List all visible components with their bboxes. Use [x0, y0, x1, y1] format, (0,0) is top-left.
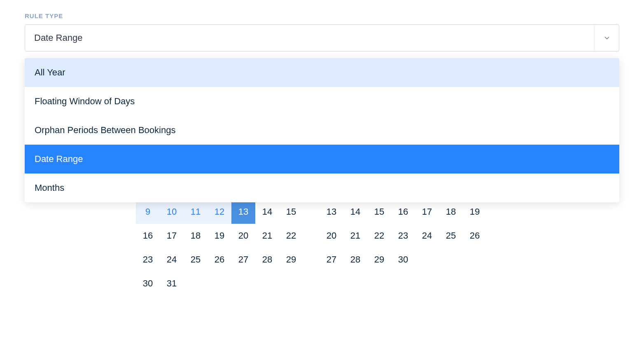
calendar-day[interactable]: 14 — [343, 200, 367, 224]
calendar-day[interactable]: 27 — [320, 248, 343, 272]
dropdown-option[interactable]: Orphan Periods Between Bookings — [25, 116, 619, 145]
calendar-day[interactable]: 21 — [255, 224, 279, 248]
calendar-day[interactable]: 20 — [320, 224, 343, 248]
calendar-day[interactable]: 15 — [367, 200, 391, 224]
calendar-day[interactable]: 13 — [320, 200, 343, 224]
calendar-day — [439, 248, 463, 272]
calendar-day[interactable]: 21 — [343, 224, 367, 248]
calendar-day[interactable]: 30 — [391, 248, 415, 272]
calendar-day[interactable]: 19 — [208, 224, 231, 248]
calendar-day[interactable]: 19 — [463, 200, 487, 224]
chevron-down-icon — [603, 34, 611, 42]
calendar-day[interactable]: 24 — [415, 224, 439, 248]
dropdown-option[interactable]: Date Range — [25, 145, 619, 174]
calendar-day[interactable]: 29 — [279, 248, 303, 272]
calendar-day — [415, 248, 439, 272]
calendar-day[interactable]: 28 — [343, 248, 367, 272]
calendar-day[interactable]: 16 — [391, 200, 415, 224]
calendar-day — [231, 272, 255, 295]
calendar-day — [463, 248, 487, 272]
calendar-area: 9101112131415161718192021222324252627282… — [136, 200, 619, 295]
calendar-day[interactable]: 18 — [184, 224, 208, 248]
calendar-day[interactable]: 16 — [136, 224, 160, 248]
rule-type-select: Date Range All YearFloating Window of Da… — [25, 24, 619, 52]
calendar-day[interactable]: 24 — [160, 248, 184, 272]
calendar-day[interactable]: 27 — [231, 248, 255, 272]
calendar-day[interactable]: 10 — [160, 200, 184, 224]
dropdown-option[interactable]: Months — [25, 174, 619, 202]
calendar-day[interactable]: 26 — [208, 248, 231, 272]
calendar-day[interactable]: 22 — [279, 224, 303, 248]
calendar-day[interactable]: 26 — [463, 224, 487, 248]
select-value: Date Range — [34, 33, 82, 43]
calendar-day — [255, 272, 279, 295]
select-dropdown-indicator[interactable] — [594, 25, 619, 51]
calendar-day[interactable]: 11 — [184, 200, 208, 224]
calendar-day[interactable]: 25 — [439, 224, 463, 248]
calendar-day[interactable]: 17 — [160, 224, 184, 248]
calendar-day[interactable]: 18 — [439, 200, 463, 224]
calendar-day[interactable]: 15 — [279, 200, 303, 224]
calendar-month-left: 9101112131415161718192021222324252627282… — [136, 200, 303, 295]
calendar-day[interactable]: 31 — [160, 272, 184, 295]
calendar-month-right: 131415161718192021222324252627282930 — [320, 200, 487, 295]
calendar-day[interactable]: 12 — [208, 200, 231, 224]
calendar-day[interactable]: 28 — [255, 248, 279, 272]
calendar-day[interactable]: 25 — [184, 248, 208, 272]
calendar-day[interactable]: 22 — [367, 224, 391, 248]
calendar-day[interactable]: 13 — [231, 200, 255, 224]
calendar-day[interactable]: 17 — [415, 200, 439, 224]
calendar-day — [208, 272, 231, 295]
calendar-day[interactable]: 14 — [255, 200, 279, 224]
calendar-day — [279, 272, 303, 295]
dropdown-option[interactable]: All Year — [25, 58, 619, 87]
calendar-day[interactable]: 9 — [136, 200, 160, 224]
calendar-day[interactable]: 23 — [136, 248, 160, 272]
dropdown-option[interactable]: Floating Window of Days — [25, 87, 619, 116]
calendar-day[interactable]: 30 — [136, 272, 160, 295]
rule-type-label: RULE TYPE — [25, 12, 619, 19]
select-control[interactable]: Date Range — [25, 24, 619, 52]
calendar-day — [184, 272, 208, 295]
dropdown-menu: All YearFloating Window of DaysOrphan Pe… — [25, 58, 619, 202]
calendar-day[interactable]: 23 — [391, 224, 415, 248]
calendar-day[interactable]: 29 — [367, 248, 391, 272]
calendar-day[interactable]: 20 — [231, 224, 255, 248]
